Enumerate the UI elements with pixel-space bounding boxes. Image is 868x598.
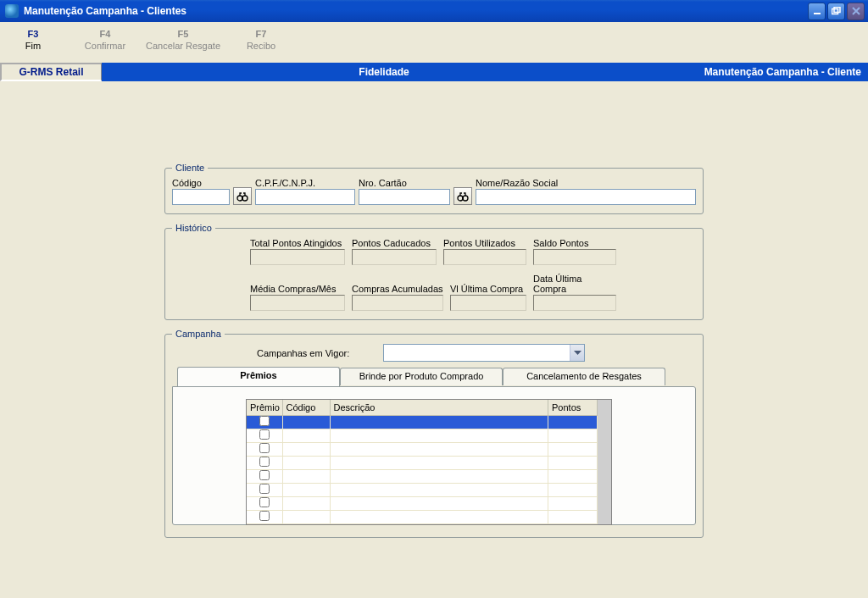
cliente-legend: Cliente	[172, 163, 208, 173]
app-icon	[5, 4, 19, 18]
campanha-legend: Campanha	[172, 329, 225, 339]
window-title: Manutenção Campanha - Clientes	[24, 5, 808, 17]
binoculars-icon	[236, 191, 248, 202]
function-key-toolbar: F3 Fim F4 Confirmar F5 Cancelar Resgate …	[0, 22, 868, 63]
grid-header-premio[interactable]: Prêmio	[247, 400, 282, 415]
svg-rect-1	[832, 9, 838, 14]
data-ultima-field	[533, 295, 616, 311]
cpf-input[interactable]	[255, 189, 355, 205]
campanhas-em-vigor-combo[interactable]	[383, 344, 585, 362]
window-controls	[808, 3, 866, 20]
historico-group: Histórico Total Pontos Atingidos Pontos …	[164, 223, 704, 320]
data-ultima-label: Data Última Compra	[533, 274, 616, 294]
band-screen-name: Manutenção Campanha - Cliente	[666, 63, 868, 81]
codigo-lookup-button[interactable]	[233, 187, 252, 205]
table-row[interactable]	[247, 483, 598, 496]
svg-rect-2	[834, 8, 840, 13]
grid-scrollbar[interactable]	[598, 400, 611, 524]
band-app-name: G-RMS Retail	[0, 63, 102, 81]
fn-f7-recibo: F7 Recibo	[222, 29, 300, 63]
table-row[interactable]	[247, 429, 598, 442]
grid-header-descricao[interactable]: Descrição	[330, 400, 548, 415]
chevron-down-icon	[570, 345, 584, 361]
tab-brinde[interactable]: Brinde por Produto Comprado	[340, 368, 503, 385]
pontos-caducados-label: Pontos Caducados	[352, 238, 437, 248]
tab-body-premios: Prêmio Código Descrição Pontos	[172, 386, 696, 525]
premios-grid[interactable]: Prêmio Código Descrição Pontos	[246, 399, 612, 525]
maximize-button[interactable]	[827, 3, 845, 20]
premio-checkbox[interactable]	[259, 443, 270, 453]
grid-header-pontos[interactable]: Pontos	[548, 400, 598, 415]
pontos-caducados-field	[352, 249, 437, 265]
table-row[interactable]	[247, 442, 598, 456]
band-module: Fidelidade	[102, 63, 666, 81]
cartao-lookup-button[interactable]	[453, 187, 472, 205]
saldo-pontos-label: Saldo Pontos	[533, 238, 616, 248]
grid-header-codigo[interactable]: Código	[282, 400, 330, 415]
close-button	[847, 3, 865, 20]
table-row[interactable]	[247, 496, 598, 510]
fn-f3-fim[interactable]: F3 Fim	[0, 29, 66, 63]
table-row[interactable]	[247, 469, 598, 483]
tab-premios[interactable]: Prêmios	[177, 367, 340, 386]
compras-acumuladas-label: Compras Acumuladas	[352, 284, 443, 294]
fn-f4-confirmar: F4 Confirmar	[66, 29, 144, 63]
combo-selected	[384, 345, 570, 361]
nome-label: Nome/Razão Social	[476, 178, 696, 188]
historico-legend: Histórico	[172, 223, 215, 233]
table-row[interactable]	[247, 456, 598, 469]
cliente-group: Cliente Código C.P.F./C.N.P.J. Nro. Cart…	[164, 163, 704, 214]
total-pontos-field	[250, 249, 345, 265]
campanhas-em-vigor-label: Campanhas em Vigor:	[257, 348, 349, 358]
cpf-label: C.P.F./C.N.P.J.	[255, 178, 355, 188]
nro-cartao-input[interactable]	[359, 189, 450, 205]
campanha-group: Campanha Campanhas em Vigor: Prêmios Bri…	[164, 329, 704, 538]
pontos-utilizados-field	[443, 249, 526, 265]
table-row[interactable]	[247, 510, 598, 523]
window-titlebar: Manutenção Campanha - Clientes	[0, 0, 868, 22]
pontos-utilizados-label: Pontos Utilizados	[443, 238, 526, 248]
nome-input[interactable]	[476, 189, 696, 205]
vl-ultima-label: Vl Última Compra	[450, 284, 526, 294]
nro-cartao-label: Nro. Cartão	[359, 178, 450, 188]
premio-checkbox[interactable]	[259, 429, 270, 440]
svg-rect-8	[462, 197, 464, 199]
vl-ultima-field	[450, 295, 526, 311]
svg-rect-0	[814, 13, 821, 14]
premio-checkbox[interactable]	[259, 470, 270, 480]
premio-checkbox[interactable]	[259, 457, 270, 467]
media-compras-field	[250, 295, 345, 311]
premio-checkbox[interactable]	[259, 497, 270, 507]
header-band: G-RMS Retail Fidelidade Manutenção Campa…	[0, 63, 868, 81]
saldo-pontos-field	[533, 249, 616, 265]
binoculars-icon	[457, 191, 469, 202]
table-row[interactable]	[247, 415, 598, 429]
total-pontos-label: Total Pontos Atingidos	[250, 238, 345, 248]
premio-checkbox[interactable]	[259, 416, 270, 426]
minimize-button[interactable]	[808, 3, 826, 20]
premio-checkbox[interactable]	[259, 511, 270, 521]
svg-rect-5	[242, 197, 243, 199]
media-compras-label: Média Compras/Mês	[250, 284, 345, 294]
tab-cancelamento[interactable]: Cancelamento de Resgates	[503, 368, 665, 385]
fn-f5-cancelar-resgate: F5 Cancelar Resgate	[144, 29, 222, 63]
codigo-input[interactable]	[172, 189, 230, 205]
premio-checkbox[interactable]	[259, 484, 270, 494]
compras-acumuladas-field	[352, 295, 443, 311]
codigo-label: Código	[172, 178, 230, 188]
